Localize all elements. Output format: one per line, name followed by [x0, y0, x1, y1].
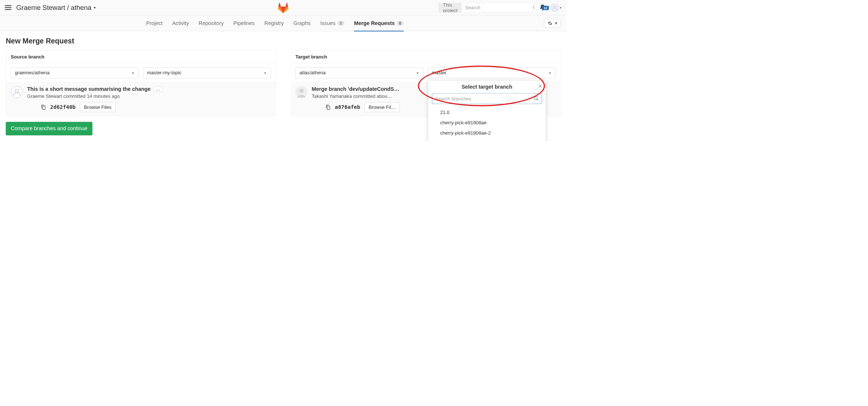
topbar-right-group: This project 12 ▾	[438, 3, 562, 13]
nav-tab-label: Graphs	[294, 20, 311, 26]
source-project-dropdown[interactable]: graemes/athena ▼	[11, 67, 139, 78]
copy-icon[interactable]	[325, 104, 330, 110]
chevron-down-icon: ▼	[548, 71, 551, 75]
commit-author-avatar	[295, 86, 307, 98]
commit-author-avatar	[11, 86, 23, 98]
chevron-down-icon: ▾	[555, 21, 557, 26]
project-settings-button[interactable]: ▾	[544, 19, 561, 27]
copy-icon[interactable]	[40, 104, 46, 110]
topbar: Graeme Stewart / athena ▾ This project 1…	[0, 0, 566, 15]
branch-option[interactable]: cherry-pick-e91908ae	[428, 118, 546, 128]
target-branch-popover: Select target branch ✕ 21.0cherry-pick-e…	[428, 80, 546, 141]
page-title: New Merge Request	[6, 37, 561, 45]
target-commit-title[interactable]: Merge branch 'dev/updateCondS…	[312, 86, 399, 92]
nav-tab-label: Issues	[320, 20, 335, 26]
chevron-down-icon[interactable]: ▾	[560, 6, 562, 9]
target-project-value: atlas/athena	[299, 70, 326, 76]
nav-tab-label: Repository	[199, 20, 224, 26]
user-avatar[interactable]	[551, 3, 559, 11]
search-input[interactable]	[462, 3, 529, 12]
commit-message-more-button[interactable]: ...	[153, 87, 163, 92]
nav-tab-issues[interactable]: Issues0	[320, 15, 345, 31]
branch-list: 21.0cherry-pick-e91908aecherry-pick-e919…	[428, 107, 546, 141]
source-branch-value: master-my-topic	[147, 70, 182, 76]
global-search[interactable]: This project	[438, 3, 534, 13]
source-commit-subline: Graeme Stewart committed 14 minutes ago	[27, 93, 271, 99]
source-browse-files-button[interactable]: Browse Files	[80, 102, 115, 112]
svg-point-6	[534, 97, 537, 100]
source-branch-panel: Source branch graemes/athena ▼ master-my…	[6, 50, 276, 116]
source-commit-hash[interactable]: 2d62f40b	[50, 104, 75, 110]
check-icon: ✓	[433, 140, 437, 141]
nav-tab-label: Project	[146, 20, 163, 26]
branch-option-label: master	[440, 140, 455, 141]
branch-search-input[interactable]	[435, 93, 534, 103]
nav-tab-merge-requests[interactable]: Merge Requests0	[354, 15, 403, 31]
nav-tab-repository[interactable]: Repository	[199, 15, 224, 31]
notifications-count-badge: 12	[542, 6, 549, 10]
target-panel-header: Target branch	[291, 50, 560, 64]
target-branch-dropdown[interactable]: master ▼ Select target branch ✕	[428, 67, 556, 78]
gitlab-logo-icon[interactable]	[277, 2, 289, 14]
project-breadcrumb[interactable]: Graeme Stewart / athena ▾	[16, 4, 96, 11]
source-panel-header: Source branch	[6, 50, 275, 64]
project-title-text: Graeme Stewart / athena	[16, 4, 91, 11]
target-commit-hash[interactable]: a876afeb	[335, 104, 360, 110]
svg-point-2	[551, 4, 559, 11]
svg-line-7	[537, 99, 538, 100]
nav-tab-activity[interactable]: Activity	[172, 15, 189, 31]
svg-point-9	[299, 89, 303, 93]
chevron-down-icon: ▼	[416, 71, 419, 75]
branch-option[interactable]: cherry-pick-e91908ae-2	[428, 128, 546, 138]
nav-tab-label: Pipelines	[234, 20, 255, 26]
target-branch-panel: Target branch atlas/athena ▼ master ▼ Se…	[291, 50, 561, 116]
target-project-dropdown[interactable]: atlas/athena ▼	[295, 67, 423, 78]
branch-search	[432, 93, 542, 104]
gear-icon	[548, 21, 552, 25]
nav-tab-label: Registry	[264, 20, 284, 26]
branch-option-label: 21.0	[440, 110, 449, 115]
branch-option-label: cherry-pick-e91908ae	[440, 120, 487, 125]
branch-option[interactable]: ✓master	[428, 138, 546, 141]
nav-tab-label: Activity	[172, 20, 189, 26]
nav-tab-graphs[interactable]: Graphs	[294, 15, 311, 31]
project-nav: ProjectActivityRepositoryPipelinesRegist…	[0, 15, 566, 31]
search-icon	[534, 96, 539, 101]
nav-tab-registry[interactable]: Registry	[264, 15, 284, 31]
search-scope-label: This project	[439, 3, 462, 12]
compare-branches-button[interactable]: Compare branches and continue	[6, 122, 93, 135]
source-commit-title[interactable]: This is a short message summarising the …	[27, 86, 151, 92]
branch-option[interactable]: 21.0	[428, 107, 546, 118]
target-branch-value: master	[432, 70, 447, 76]
popover-title: Select target branch	[462, 84, 512, 90]
hamburger-menu-icon[interactable]	[5, 4, 11, 11]
svg-point-5	[11, 86, 22, 98]
nav-tab-badge: 0	[397, 21, 404, 25]
nav-tab-pipelines[interactable]: Pipelines	[234, 15, 255, 31]
branch-option-label: cherry-pick-e91908ae-2	[440, 130, 491, 136]
source-branch-dropdown[interactable]: master-my-topic ▼	[143, 67, 271, 78]
close-icon[interactable]: ✕	[538, 83, 542, 89]
nav-tab-badge: 0	[338, 21, 345, 25]
nav-tab-label: Merge Requests	[354, 20, 395, 26]
nav-tab-project[interactable]: Project	[146, 15, 163, 31]
chevron-down-icon: ▼	[264, 71, 267, 75]
chevron-down-icon: ▼	[131, 71, 135, 75]
search-icon	[529, 5, 534, 10]
notifications-button[interactable]: 12	[539, 4, 547, 11]
chevron-down-icon: ▾	[94, 5, 96, 10]
target-browse-files-button[interactable]: Browse Fil…	[364, 102, 400, 112]
svg-point-0	[533, 6, 535, 9]
source-project-value: graemes/athena	[15, 70, 49, 76]
